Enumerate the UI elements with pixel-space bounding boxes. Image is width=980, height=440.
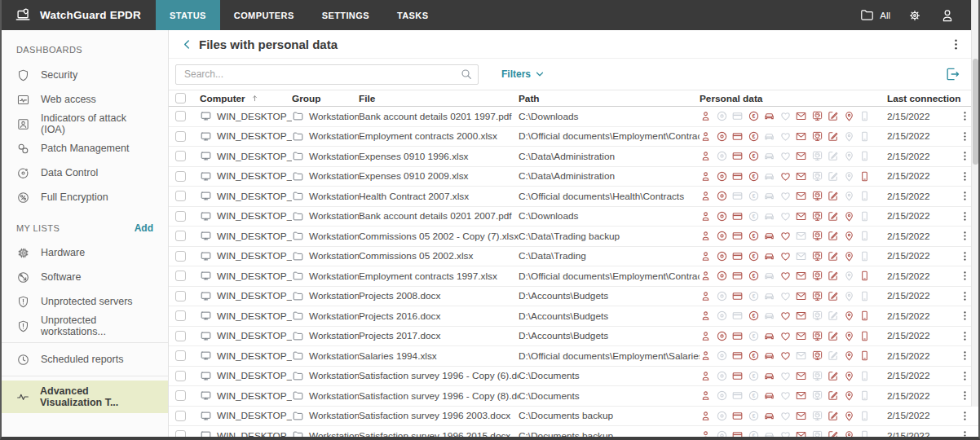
page-menu-button[interactable] — [945, 38, 967, 51]
row-checkbox[interactable] — [175, 350, 186, 361]
file-path: C:\Official documents\Health\Contracts — [519, 191, 684, 202]
tab-computers[interactable]: COMPUTERS — [220, 0, 308, 30]
row-checkbox[interactable] — [175, 251, 186, 262]
row-checkbox[interactable] — [175, 171, 186, 182]
row-checkbox[interactable] — [175, 411, 186, 421]
sidebar-item-indicators-of-attack-ioa[interactable]: Indicators of attack (IOA) — [2, 112, 168, 136]
row-checkbox[interactable] — [175, 111, 186, 121]
table-row[interactable]: WIN_DESKTOP_10WorkstationSatisfaction su… — [169, 386, 978, 407]
table-row[interactable]: WIN_DESKTOP_1WorkstationExpenses 0910 19… — [169, 147, 978, 167]
table-row[interactable]: WIN_DESKTOP_10WorkstationBank account de… — [169, 207, 978, 227]
export-button[interactable] — [944, 66, 960, 82]
table-row[interactable]: WIN_DESKTOP_10WorkstationEmployment cont… — [169, 266, 978, 287]
search-wrap — [175, 64, 479, 85]
row-checkbox[interactable] — [175, 310, 186, 321]
settings-gear-button[interactable] — [907, 7, 923, 24]
tab-tasks[interactable]: TASKS — [383, 0, 442, 30]
vertical-scrollbar[interactable] — [971, 0, 978, 407]
table-row[interactable]: WIN_DESKTOP_10WorkstationCommissions 05 … — [169, 247, 978, 267]
person-icon — [700, 410, 712, 422]
computer-icon — [200, 230, 212, 242]
sidebar-item-software[interactable]: Software — [2, 265, 168, 289]
kebab-icon — [960, 131, 970, 142]
last-connection-date: 2/15/2022 — [887, 370, 929, 381]
currency-euro-icon — [748, 250, 760, 262]
row-checkbox[interactable] — [175, 371, 186, 381]
group-cell: Workstation — [292, 210, 359, 222]
sidebar-item-unprotected-workstations[interactable]: Unprotected workstations... — [2, 314, 168, 338]
row-checkbox[interactable] — [175, 390, 186, 401]
sidebar-item-security[interactable]: Security — [2, 63, 168, 87]
table-row[interactable]: WIN_DESKTOP_10WorkstationSatisfaction su… — [169, 426, 978, 437]
column-header-computer[interactable]: Computer — [200, 93, 292, 104]
sidebar-item-scheduled-reports[interactable]: Scheduled reports — [2, 347, 168, 372]
row-checkbox[interactable] — [175, 151, 186, 161]
group-name: Workstation — [309, 410, 359, 421]
row-checkbox[interactable] — [175, 430, 186, 437]
sidebar-item-advanced-visualization-t[interactable]: Advanced Visualization T... — [2, 381, 168, 413]
table-row[interactable]: WIN_DESKTOP_10WorkstationSatisfaction su… — [169, 407, 978, 427]
computer-cell: WIN_DESKTOP_10 — [200, 330, 292, 342]
sidebar-item-data-control[interactable]: Data Control — [2, 161, 168, 185]
column-header-group[interactable]: Group — [292, 93, 359, 104]
sidebar-item-hardware[interactable]: Hardware — [2, 240, 168, 265]
row-checkbox[interactable] — [175, 191, 186, 201]
select-all-checkbox[interactable] — [175, 93, 186, 103]
sidebar-item-unprotected-servers[interactable]: Unprotected servers — [2, 289, 168, 314]
sidebar-item-web-access[interactable]: Web access — [2, 87, 168, 112]
group-cell: Workstation — [292, 110, 359, 122]
table-row[interactable]: WIN_DESKTOP_10WorkstationSalaries 1994.x… — [169, 346, 978, 367]
table-row[interactable]: WIN_DESKTOP_1WorkstationHealth Contract … — [169, 187, 978, 207]
row-checkbox[interactable] — [175, 271, 186, 281]
group-filter-button[interactable]: All — [859, 7, 890, 23]
car-icon — [763, 330, 775, 342]
topbar: WatchGuard EPDR STATUSCOMPUTERSSETTINGST… — [2, 0, 978, 30]
row-checkbox[interactable] — [175, 291, 186, 301]
tab-settings[interactable]: SETTINGS — [308, 0, 383, 30]
group-folder-icon — [292, 210, 304, 222]
location-pin-icon — [843, 250, 855, 262]
computer-cell: WIN_DESKTOP_1 — [200, 150, 292, 162]
column-header-path[interactable]: Path — [519, 93, 700, 104]
sidebar-item-full-encryption[interactable]: Full Encryption — [2, 185, 168, 209]
row-menu-button[interactable] — [960, 430, 978, 437]
path-cell: D:\Official documents\Employment\Salarie… — [519, 350, 700, 362]
column-header-last-connection[interactable]: Last connection — [887, 93, 960, 104]
last-connection-date: 2/15/2022 — [887, 130, 929, 142]
table-row[interactable]: WIN_DESKTOP_1WorkstationExpenses 0910 20… — [169, 167, 978, 187]
group-name: Workstation — [309, 170, 359, 182]
row-checkbox[interactable] — [175, 231, 186, 241]
tab-status[interactable]: STATUS — [156, 0, 220, 30]
column-header-file[interactable]: File — [359, 93, 519, 104]
table-row[interactable]: WIN_DESKTOP_10WorkstationProjects 2008.d… — [169, 287, 978, 307]
last-connection-cell: 2/15/2022 — [887, 130, 960, 142]
row-menu-button[interactable] — [960, 411, 978, 421]
brand-name: WatchGuard EPDR — [40, 9, 141, 21]
person-icon — [700, 210, 712, 222]
table-row[interactable]: WIN_DESKTOP_10WorkstationSatisfaction su… — [169, 367, 978, 387]
table-row[interactable]: WIN_DESKTOP_10WorkstationProjects 2017.d… — [169, 327, 978, 347]
table-row[interactable]: WIN_DESKTOP_1WorkstationEmployment contr… — [169, 127, 978, 147]
row-checkbox[interactable] — [175, 131, 186, 142]
search-input[interactable] — [175, 64, 479, 85]
user-account-button[interactable] — [939, 7, 956, 24]
kebab-icon — [960, 350, 970, 361]
row-checkbox[interactable] — [175, 331, 186, 341]
back-button[interactable] — [180, 37, 194, 51]
row-checkbox[interactable] — [175, 211, 186, 222]
computer-cell: WIN_DESKTOP_1 — [200, 170, 292, 183]
table-row[interactable]: WIN_DESKTOP_1WorkstationBank account det… — [169, 107, 978, 127]
table-row[interactable]: WIN_DESKTOP_10WorkstationCommissions 05 … — [169, 227, 978, 247]
page-title: Files with personal data — [199, 37, 338, 51]
add-list-link[interactable]: Add — [135, 222, 153, 234]
mobile-phone-icon — [859, 389, 871, 402]
table-row[interactable]: WIN_DESKTOP_10WorkstationProjects 2016.d… — [169, 306, 978, 327]
signature-icon — [827, 270, 839, 282]
filters-button[interactable]: Filters — [501, 68, 545, 80]
kebab-icon — [960, 111, 970, 121]
phone-icon — [811, 110, 823, 122]
scrollbar-thumb[interactable] — [973, 59, 978, 165]
column-header-personal-data[interactable]: Personal data — [700, 93, 887, 104]
sidebar-item-patch-management[interactable]: Patch Management — [2, 136, 168, 161]
heart-icon — [779, 110, 792, 122]
